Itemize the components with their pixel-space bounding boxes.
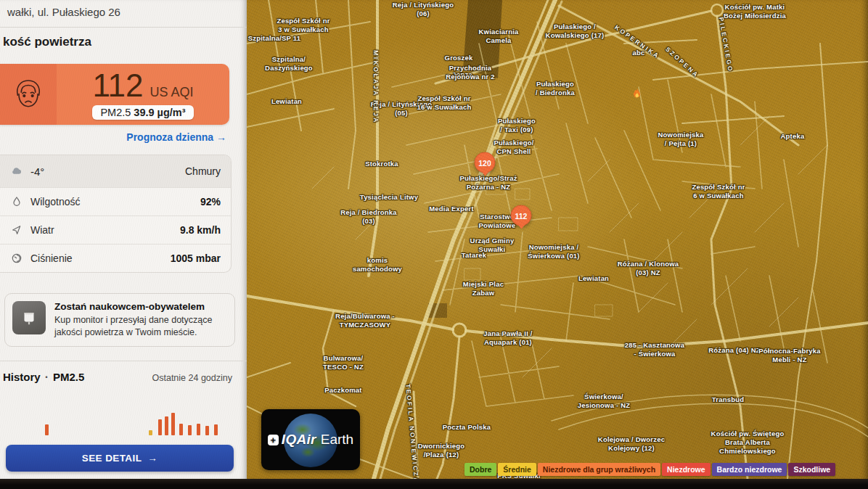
see-detail-button[interactable]: SEE DETAIL →	[6, 445, 234, 472]
iqair-screen: wałki, ul. Pułaskiego 26 kość powietrza	[0, 0, 868, 489]
marker-aqi-value: 120	[478, 158, 491, 167]
brand-name: IQAir	[282, 432, 316, 448]
station-address: wałki, ul. Pułaskiego 26	[7, 6, 120, 18]
sad-face-icon	[9, 74, 47, 115]
history-range-label: Ostatnie 24 godziny	[152, 373, 233, 383]
history-chart	[0, 406, 247, 435]
temperature-value: -4°	[30, 165, 44, 178]
screen-bezel	[0, 479, 868, 489]
history-bar	[149, 430, 152, 435]
history-bar	[188, 425, 192, 435]
weather-row: Wiatr9.8 km/h	[0, 215, 231, 244]
history-bar	[165, 416, 168, 435]
history-bar	[45, 424, 49, 435]
legend-chip: Szkodliwe	[788, 463, 835, 476]
map-legend: DobreŚrednieNiezdrowe dla grup wrażliwyc…	[464, 463, 835, 476]
air-monitor-icon	[12, 301, 46, 334]
aqi-station-marker[interactable]: 120	[475, 152, 496, 173]
divider	[0, 361, 247, 361]
aqi-card: 112 US AQI PM2.539.9 µg/m³	[0, 64, 229, 125]
weather-metric-value: 1005 mbar	[171, 252, 221, 264]
air-quality-section-title: kość powietrza	[3, 35, 91, 49]
product-name: Earth	[321, 432, 353, 448]
weather-metric-label: Ciśnienie	[30, 252, 73, 264]
history-bar	[158, 419, 162, 435]
weather-metric-label: Wiatr	[30, 224, 54, 236]
legend-chip: Niezdrowe dla grup wrażliwych	[538, 463, 660, 476]
humidity-icon	[10, 196, 23, 207]
history-bar	[197, 424, 200, 435]
weather-condition: Chmury	[185, 165, 221, 177]
pollutant-value: 39.9 µg/m³	[134, 107, 185, 118]
pollutant-label: PM2.5	[100, 107, 131, 118]
aqi-value: 112	[92, 70, 143, 102]
history-bar	[171, 413, 175, 435]
map-markers: 120112	[247, 0, 868, 479]
citizen-card-text: Zostań naukowcem-obywatelem Kup monitor …	[54, 301, 227, 339]
weather-metric-value: 9.8 km/h	[180, 224, 221, 236]
aqi-station-marker[interactable]: 112	[511, 205, 532, 226]
citizen-scientist-card[interactable]: Zostań naukowcem-obywatelem Kup monitor …	[4, 293, 235, 347]
marker-tail	[481, 172, 488, 176]
legend-chip: Średnie	[498, 463, 536, 476]
history-title: History	[3, 371, 41, 383]
marker-tail	[517, 225, 525, 229]
weather-metric-label: Wilgotność	[30, 196, 80, 207]
history-pollutant: PM2.5	[53, 371, 84, 383]
weather-row: Ciśnienie1005 mbar	[0, 244, 231, 272]
aqi-scale-label: US AQI	[150, 85, 194, 100]
weather-rows: Wilgotność92%Wiatr9.8 km/hCiśnienie1005 …	[0, 187, 231, 272]
wind-icon	[10, 224, 23, 236]
iqair-logo-icon: +	[268, 435, 279, 445]
arrow-right-icon: →	[147, 453, 157, 464]
sidebar-panel: wałki, ul. Pułaskiego 26 kość powietrza	[0, 0, 247, 479]
citizen-card-body: Kup monitor i przesyłaj dane dotyczące j…	[54, 314, 227, 339]
weather-now-row: -4° Chmury	[0, 155, 231, 187]
history-header: History · PM2.5 Ostatnie 24 godziny	[3, 371, 232, 384]
aqi-face-panel	[0, 64, 57, 125]
air-quality-map[interactable]: Zespół Szkół nr 3 w SuwałkachSzpitalna/S…	[247, 0, 868, 479]
marker-aqi-value: 112	[515, 211, 528, 220]
pm25-pill: PM2.539.9 µg/m³	[92, 105, 193, 120]
weather-row: Wilgotność92%	[0, 187, 231, 215]
pressure-icon	[10, 252, 23, 264]
weather-card: -4° Chmury Wilgotność92%Wiatr9.8 km/hCiś…	[0, 155, 232, 273]
arrow-right-icon: →	[216, 131, 226, 143]
legend-chip: Dobre	[464, 463, 496, 476]
iqair-earth-wordmark: + IQAir Earth	[268, 432, 353, 448]
iqair-earth-logo[interactable]: + IQAir Earth	[261, 409, 360, 470]
weather-metric-value: 92%	[200, 196, 221, 207]
aqi-body: 112 US AQI PM2.539.9 µg/m³	[57, 64, 229, 125]
history-bar	[214, 424, 218, 435]
divider	[0, 27, 247, 28]
history-bar	[179, 424, 183, 435]
dot-separator: ·	[45, 371, 49, 384]
cloud-icon	[10, 165, 23, 178]
daily-forecast-link[interactable]: Prognoza dzienna →	[126, 131, 226, 143]
citizen-card-title: Zostań naukowcem-obywatelem	[54, 301, 227, 312]
history-bar	[205, 426, 209, 435]
legend-chip: Niezdrowe	[662, 463, 711, 476]
legend-chip: Bardzo niezdrowe	[712, 463, 787, 476]
